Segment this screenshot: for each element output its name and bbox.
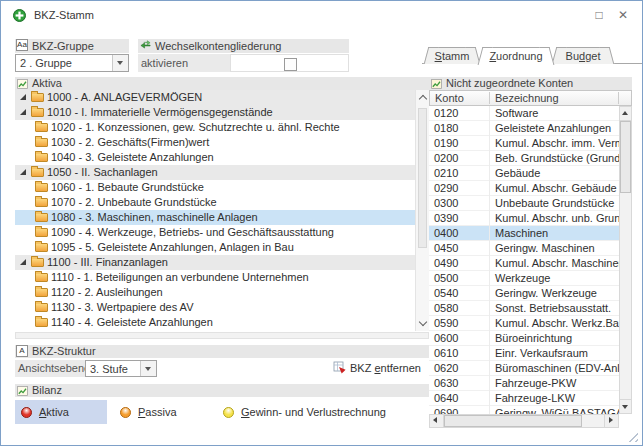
konten-row[interactable]: 0200Beb. Grundstücke (Grundw): [429, 151, 619, 166]
konten-column-headers[interactable]: Konto Bezeichnung: [429, 90, 632, 106]
konten-cell-konto: 0180: [429, 121, 489, 135]
tree-item[interactable]: 1010 - I. Immaterielle Vermögensgegenstä…: [15, 105, 415, 120]
expander-icon[interactable]: [20, 169, 26, 175]
tree-item[interactable]: 1040 - 3. Geleistete Anzahlungen: [15, 150, 415, 165]
scroll-up-button[interactable]: [620, 107, 631, 121]
tree-vertical-scrollbar[interactable]: [415, 90, 429, 331]
tab-label: Zuordnung: [489, 50, 542, 62]
tree-item[interactable]: 1070 - 2. Unbebaute Grundstücke: [15, 195, 415, 210]
dropdown-arrow-icon[interactable]: [112, 55, 128, 71]
bilanz-option-passiva[interactable]: Passiva: [114, 400, 214, 424]
wechsel-label: Wechselkontengliederung: [155, 39, 281, 53]
aktivieren-checkbox[interactable]: [284, 58, 297, 71]
tree-item[interactable]: 1050 - II. Sachanlagen: [15, 165, 415, 180]
scroll-down-button[interactable]: [620, 399, 631, 413]
expander-icon[interactable]: [20, 259, 26, 265]
status-sphere-icon: [120, 407, 131, 418]
konten-cell-bezeichnung: Kumul. Abschr. Gebäude: [489, 181, 617, 195]
konten-row[interactable]: 0190Kumul. Abschr. imm. Verm.: [429, 136, 619, 151]
resize-grip[interactable]: [625, 429, 638, 442]
konten-row[interactable]: 0210Gebäude: [429, 166, 619, 181]
bilanz-option-label: Gewinn- und Verlustrechnung: [241, 406, 386, 418]
tree-item[interactable]: 1095 - 5. Geleistete Anzahlungen, Anlage…: [15, 240, 415, 255]
bkz-gruppe-label: BKZ-Gruppe: [32, 39, 94, 53]
konten-row[interactable]: 0620Büromaschinen (EDV-Anl.): [429, 361, 619, 376]
tab-zuordnung[interactable]: Zuordnung: [484, 47, 548, 65]
tree-item[interactable]: 1020 - 1. Konzessionen, gew. Schutzrecht…: [15, 120, 415, 135]
bkz-gruppe-select[interactable]: 2 . Gruppe: [15, 54, 129, 72]
tree-item[interactable]: 1100 - III. Finanzanlagen: [15, 255, 415, 270]
dropdown-arrow-icon[interactable]: [140, 361, 156, 376]
folder-icon: [35, 153, 48, 162]
tree-item-label: 1020 - 1. Konzessionen, gew. Schutzrecht…: [15, 120, 415, 135]
konten-row[interactable]: 0590Kumul. Abschr. Werkz.Bast: [429, 316, 619, 331]
bilanz-option-gewinn-und-verlustrechnung[interactable]: Gewinn- und Verlustrechnung: [217, 400, 429, 424]
konten-row[interactable]: 0540Geringw. Werkzeuge: [429, 286, 619, 301]
konten-row[interactable]: 0690Geringw. WiGü BASTAGAST: [429, 406, 619, 414]
tree-scrollbar-thumb[interactable]: [418, 108, 427, 248]
konten-row[interactable]: 0450Geringw. Maschinen: [429, 241, 619, 256]
tab-stamm[interactable]: Stamm: [430, 47, 474, 64]
konten-cell-konto: 0640: [429, 391, 489, 405]
tree-item[interactable]: 1000 - A. ANLAGEVERMÖGEN: [15, 90, 415, 105]
konten-cell-bezeichnung: Kumul. Abschr. Maschinen: [489, 256, 619, 270]
folder-icon: [35, 183, 48, 192]
balance-chart-icon: [17, 78, 28, 89]
expander-icon[interactable]: [20, 94, 26, 100]
konten-row[interactable]: 0180Geleistete Anzahlungen: [429, 121, 619, 136]
konten-cell-konto: 0620: [429, 361, 489, 375]
column-header-konto[interactable]: Konto: [435, 91, 464, 105]
tree-item[interactable]: 1120 - 2. Ausleihungen: [15, 285, 415, 300]
tree-horizontal-scrollbar[interactable]: [15, 332, 429, 339]
scroll-up-icon[interactable]: [419, 95, 427, 103]
tree-item[interactable]: 1060 - 1. Bebaute Grundstücke: [15, 180, 415, 195]
scroll-right-button[interactable]: [604, 415, 618, 427]
tree-item[interactable]: 1130 - 3. Wertpapiere des AV: [15, 300, 415, 315]
konten-row[interactable]: 0580Sonst. Betriebsausstatt.: [429, 301, 619, 316]
wechsel-header: Wechselkontengliederung: [138, 39, 349, 53]
konten-row[interactable]: 0290Kumul. Abschr. Gebäude: [429, 181, 619, 196]
konten-row[interactable]: 0500Werkzeuge: [429, 271, 619, 286]
arrow-up-icon: [622, 111, 628, 115]
konten-vertical-scrollbar[interactable]: [619, 106, 632, 414]
tree-item[interactable]: 1080 - 3. Maschinen, maschinelle Anlagen: [15, 210, 415, 225]
konten-horizontal-scrollbar[interactable]: [429, 414, 619, 428]
konten-row[interactable]: 0630Fahrzeuge-PKW: [429, 376, 619, 391]
konten-row[interactable]: 0300Unbebaute Grundstücke: [429, 196, 619, 211]
tab-label: Budget: [566, 50, 601, 62]
maximize-button[interactable]: □: [590, 7, 608, 23]
konten-row[interactable]: 0390Kumul. Abschr. unb. Grund: [429, 211, 619, 226]
konten-row[interactable]: 0640Fahrzeuge-LKW: [429, 391, 619, 406]
scroll-left-button[interactable]: [430, 415, 444, 427]
konten-cell-bezeichnung: Sonst. Betriebsausstatt.: [489, 301, 611, 315]
konten-row[interactable]: 0120Software: [429, 106, 619, 121]
konten-row[interactable]: 0400Maschinen: [429, 226, 619, 241]
tab-label: Stamm: [435, 50, 470, 62]
konten-cell-bezeichnung: Werkzeuge: [489, 271, 550, 285]
konten-scrollbar-thumb[interactable]: [620, 121, 631, 193]
tree-item[interactable]: 1110 - 1. Beteiligungen an verbundene Un…: [15, 270, 415, 285]
folder-icon: [35, 243, 48, 252]
arrow-right-icon: [609, 417, 613, 423]
letter-a-icon: A: [16, 345, 28, 357]
konten-cell-bezeichnung: Gebäude: [489, 166, 540, 180]
scroll-down-icon[interactable]: [419, 318, 427, 326]
tree-item[interactable]: 1030 - 2. Geschäfts(Firmen)wert: [15, 135, 415, 150]
bkz-gruppe-value: 2 . Gruppe: [20, 56, 72, 70]
konten-row[interactable]: 0610Einr. Verkaufsraum: [429, 346, 619, 361]
ansichtsebene-select[interactable]: 3. Stufe: [85, 360, 157, 377]
tree-item[interactable]: 1140 - 4. Geleistete Anzahlungen: [15, 315, 415, 330]
konten-row[interactable]: 0490Kumul. Abschr. Maschinen: [429, 256, 619, 271]
expander-icon[interactable]: [20, 109, 26, 115]
tree-item[interactable]: 1090 - 4. Werkzeuge, Betriebs- und Gesch…: [15, 225, 415, 240]
close-button[interactable]: ✕: [614, 7, 632, 23]
konten-row[interactable]: 0600Büroeinrichtung: [429, 331, 619, 346]
bilanz-option-aktiva[interactable]: Aktiva: [15, 400, 107, 424]
konten-cell-konto: 0610: [429, 346, 489, 360]
folder-icon: [35, 318, 48, 327]
tab-budget[interactable]: Budget: [558, 47, 608, 64]
tree-item-label: 1060 - 1. Bebaute Grundstücke: [15, 180, 415, 195]
column-header-bezeichnung[interactable]: Bezeichnung: [495, 91, 559, 105]
bkz-entfernen-button[interactable]: BKZ entfernen: [333, 360, 421, 377]
konten-hscrollbar-thumb[interactable]: [444, 415, 582, 427]
